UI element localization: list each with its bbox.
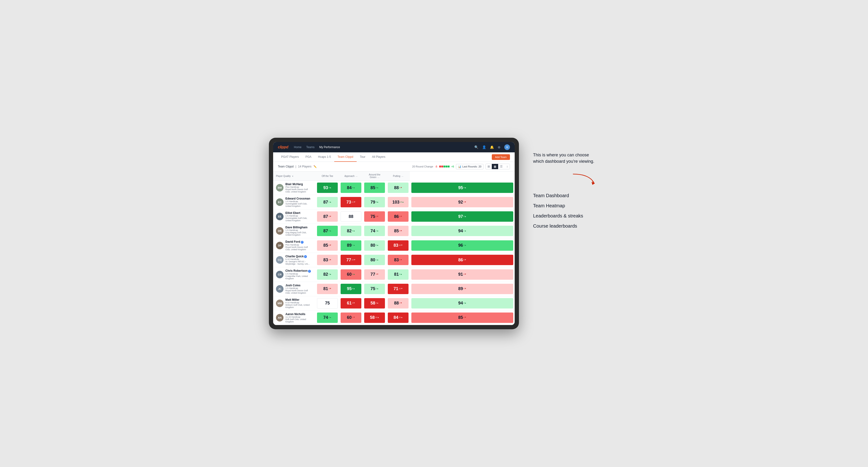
metric-cell-offTheTee: 89 7▲ (339, 238, 363, 253)
metric-cell-putting: 85 4▼ (410, 310, 515, 325)
player-cell[interactable]: EE Elliot Ebert 1-5 Handicap Sunningdale… (273, 210, 316, 224)
table-row[interactable]: JC Josh Coles 1-5 Handicap Royal North D… (273, 282, 515, 296)
metric-change: 5▲ (464, 216, 466, 218)
header-around-green: Around the Green — (363, 172, 386, 181)
metric-change: 3▲ (376, 244, 379, 247)
view-grid-btn[interactable]: ⊞ (486, 164, 492, 169)
metric-change: 3▼ (399, 230, 402, 232)
nav-link-my-performance[interactable]: My Performance (319, 146, 340, 149)
notification-icon[interactable]: 🔔 (490, 145, 494, 149)
player-club: Royal North Devon Golf Club, United King… (285, 246, 313, 251)
user-avatar[interactable]: U (504, 144, 510, 150)
metric-cell-offTheTee: 84 6▲ (339, 181, 363, 195)
metric-value: 80 1▲ (364, 255, 385, 265)
metric-change: 4▲ (376, 302, 379, 304)
player-club: St. George's Hill GC - Weybridge - Surre… (285, 260, 313, 265)
metric-change: 1▲ (376, 259, 379, 261)
metric-number: 86 (458, 257, 463, 262)
table-row[interactable]: CQ Charlie Quick✓ 6-10 Handicap St. Geor… (273, 253, 515, 267)
player-cell[interactable]: AN Aaron Nicholls 11-15 Handicap Drift G… (273, 310, 316, 325)
metric-number: 80 (371, 243, 375, 248)
player-cell[interactable]: CQ Charlie Quick✓ 6-10 Handicap St. Geor… (273, 253, 316, 267)
add-team-button[interactable]: Add Team (492, 154, 510, 160)
last-rounds-label: Last Rounds: (462, 165, 478, 168)
table-row[interactable]: MM Matt Miller 6-10 Handicap Woburn Golf… (273, 296, 515, 310)
metric-number: 95 (347, 286, 352, 291)
metric-number: 89 (347, 243, 352, 248)
metric-value: 83 3▼ (317, 255, 338, 265)
bar-green-3 (448, 165, 450, 167)
players-table: Player Quality ▼ Off the Tee Approach — … (273, 172, 515, 325)
player-club: Woburn Golf Club, United Kingdom (285, 304, 313, 309)
metric-change: 3▼ (376, 273, 379, 276)
settings-icon[interactable]: ⊕ (498, 145, 500, 149)
profile-icon[interactable]: 👤 (482, 145, 486, 149)
metric-change: 9▲ (464, 187, 466, 189)
table-row[interactable]: BM Blair McHarg Plus Handicap Royal Nort… (273, 181, 515, 195)
player-info: David Ford✓ Plus Handicap Royal North De… (285, 240, 313, 251)
change-positive: +5 (452, 165, 454, 168)
metric-cell-offTheTee: 60 2▲ (339, 267, 363, 282)
metric-change: 1▼ (399, 187, 402, 189)
player-count: | (296, 165, 296, 168)
table-row[interactable]: EC Edward Crossman 1-5 Handicap Sunningd… (273, 195, 515, 210)
table-row[interactable]: DF David Ford✓ Plus Handicap Royal North… (273, 238, 515, 253)
player-avatar: DB (276, 227, 283, 235)
annotation-menu: Team Dashboard Team Heatmap Leaderboards… (533, 193, 599, 229)
metric-number: 81 (323, 286, 328, 291)
metric-value: 91 3▼ (411, 269, 513, 280)
player-cell[interactable]: DB Dave Billingham 1-5 Handicap Gog Mago… (273, 224, 316, 238)
metric-value: 84 21▲ (388, 312, 408, 323)
player-handicap: 1-5 Handicap (285, 273, 313, 275)
last-rounds-button[interactable]: 📊 Last Rounds: 20 (456, 164, 484, 169)
metric-change: 4▲ (329, 230, 331, 232)
table-row[interactable]: EE Elliot Ebert 1-5 Handicap Sunningdale… (273, 210, 515, 224)
player-cell[interactable]: BM Blair McHarg Plus Handicap Royal Nort… (273, 181, 316, 195)
player-info: Blair McHarg Plus Handicap Royal North D… (285, 183, 313, 193)
player-cell[interactable]: CR Chris Robertson✓ 1-5 Handicap Craigmi… (273, 267, 316, 282)
metric-cell-approach: 80 3▲ (363, 238, 386, 253)
sub-nav-all-players[interactable]: All Players (369, 152, 389, 162)
metric-value: 96 3▲ (411, 240, 513, 251)
player-club: Sunningdale Golf Club, United Kingdom (285, 217, 313, 222)
player-cell[interactable]: EC Edward Crossman 1-5 Handicap Sunningd… (273, 195, 316, 210)
player-club: Gog Magog Golf Club, United Kingdom (285, 231, 313, 236)
metric-change: 21▲ (399, 316, 403, 319)
metric-change: 8▲ (329, 316, 331, 319)
metric-change: 2▲ (352, 273, 355, 276)
metric-change: 3▼ (464, 201, 466, 203)
team-player-count: 14 Players (298, 165, 312, 168)
nav-link-home[interactable]: Home (294, 146, 302, 149)
view-options-btn[interactable]: ↕ (504, 164, 510, 169)
metric-number: 71 (394, 286, 398, 291)
view-list-btn[interactable]: ☰ (498, 164, 504, 169)
table-row[interactable]: CR Chris Robertson✓ 1-5 Handicap Craigmi… (273, 267, 515, 282)
metric-number: 81 (394, 272, 399, 277)
metric-number: 82 (323, 272, 328, 277)
metric-number: 91 (458, 272, 463, 277)
table-row[interactable]: AN Aaron Nicholls 11-15 Handicap Drift G… (273, 310, 515, 325)
view-heatmap-btn[interactable]: ▦ (492, 164, 498, 169)
player-cell[interactable]: MM Matt Miller 6-10 Handicap Woburn Golf… (273, 296, 316, 310)
nav-link-teams[interactable]: Teams (306, 146, 314, 149)
player-cell[interactable]: DF David Ford✓ Plus Handicap Royal North… (273, 238, 316, 253)
player-info: Chris Robertson✓ 1-5 Handicap Craigmilla… (285, 269, 313, 280)
player-cell[interactable]: JC Josh Coles 1-5 Handicap Royal North D… (273, 282, 316, 296)
sub-nav-pga[interactable]: PGA (302, 152, 315, 162)
metric-value: 88 (341, 211, 361, 222)
sub-nav-pgat[interactable]: PGAT Players (278, 152, 302, 162)
metric-change: 3▲ (464, 244, 466, 247)
sub-nav-tour[interactable]: Tour (356, 152, 369, 162)
player-club: Royal North Devon Golf Club, United King… (285, 188, 313, 193)
metric-value: 73 11▼ (341, 197, 361, 207)
player-name: Blair McHarg (285, 183, 313, 186)
metric-cell-playerQuality: 87 4▲ (316, 224, 339, 238)
search-icon[interactable]: 🔍 (474, 145, 478, 149)
metric-value: 97 5▲ (411, 211, 513, 222)
sub-nav-hcaps[interactable]: Hcaps 1-5 (315, 152, 334, 162)
menu-item-team-dashboard: Team Dashboard (533, 193, 599, 198)
metric-cell-playerQuality: 81 3▼ (316, 282, 339, 296)
table-row[interactable]: DB Dave Billingham 1-5 Handicap Gog Mago… (273, 224, 515, 238)
sub-nav-team-clippd[interactable]: Team Clippd (334, 152, 356, 162)
edit-icon[interactable]: ✏️ (313, 165, 317, 168)
